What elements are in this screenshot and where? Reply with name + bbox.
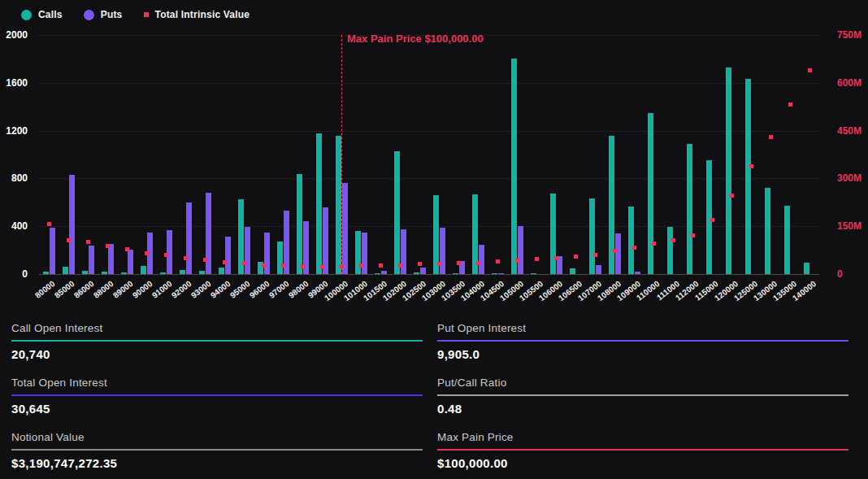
total-intrinsic-value-point bbox=[320, 265, 324, 269]
total-intrinsic-value-point bbox=[418, 262, 422, 266]
total-intrinsic-value-point bbox=[574, 255, 578, 259]
calls-bar bbox=[199, 271, 205, 274]
puts-bar bbox=[206, 193, 211, 274]
stat-value: 30,645 bbox=[11, 402, 423, 416]
calls-bar bbox=[628, 207, 634, 274]
puts-bar bbox=[596, 265, 601, 274]
calls-bar bbox=[219, 268, 224, 274]
puts-bar bbox=[635, 272, 640, 274]
puts-bar bbox=[89, 246, 94, 274]
puts-bar bbox=[615, 233, 621, 274]
total-intrinsic-value-point bbox=[125, 247, 129, 251]
x-axis-tick-label: 89000 bbox=[111, 279, 135, 300]
stat-value: $3,190,747,272.35 bbox=[11, 456, 423, 470]
total-intrinsic-value-point bbox=[281, 263, 285, 268]
total-intrinsic-value-point bbox=[808, 68, 812, 72]
calls-bar bbox=[570, 268, 575, 274]
total-intrinsic-value-point bbox=[437, 262, 441, 266]
calls-bar bbox=[726, 67, 731, 274]
stat-underline bbox=[11, 340, 423, 342]
calls-bar bbox=[550, 194, 556, 274]
x-axis-tick-label: 90000 bbox=[131, 279, 154, 300]
calls-bar bbox=[609, 136, 614, 274]
calls-bar bbox=[784, 206, 790, 274]
max-pain-options-dashboard: Calls Puts Total Intrinsic Value 0040015… bbox=[0, 0, 868, 479]
stat-call-open-interest: Call Open Interest 20,740 bbox=[11, 322, 423, 361]
total-intrinsic-value-point bbox=[671, 238, 675, 242]
puts-bar bbox=[186, 202, 192, 274]
y-axis-tick-left: 400 bbox=[0, 220, 28, 232]
stat-underline bbox=[437, 449, 848, 451]
calls-bar bbox=[82, 271, 88, 274]
calls-bar bbox=[160, 272, 166, 274]
y-axis-tick-left: 1200 bbox=[0, 125, 28, 137]
total-intrinsic-value-point bbox=[535, 257, 539, 261]
total-intrinsic-value-point bbox=[379, 263, 383, 268]
puts-bar bbox=[498, 273, 504, 274]
calls-bar bbox=[492, 273, 497, 274]
total-intrinsic-value-point bbox=[515, 259, 519, 263]
stats-panel: Call Open Interest 20,740 Put Open Inter… bbox=[0, 312, 868, 470]
puts-bar bbox=[401, 229, 406, 274]
total-intrinsic-value-point bbox=[691, 233, 695, 237]
total-intrinsic-value-point bbox=[593, 253, 597, 257]
total-intrinsic-value-point bbox=[203, 258, 207, 262]
stat-label: Notional Value bbox=[11, 431, 423, 443]
puts-bar bbox=[167, 230, 172, 274]
puts-bar bbox=[264, 233, 270, 274]
y-axis-tick-right: 150M bbox=[837, 220, 868, 232]
total-intrinsic-value-point bbox=[223, 260, 227, 264]
stat-underline bbox=[437, 394, 848, 396]
puts-bar bbox=[323, 207, 328, 274]
calls-bar bbox=[355, 231, 361, 274]
stat-underline bbox=[437, 340, 848, 342]
gridline bbox=[39, 226, 819, 227]
stat-label: Put/Call Ratio bbox=[437, 377, 848, 389]
stat-value: $100,000.00 bbox=[437, 456, 848, 470]
calls-bar bbox=[687, 144, 692, 274]
total-intrinsic-value-point bbox=[145, 251, 149, 255]
stat-label: Call Open Interest bbox=[11, 322, 423, 334]
total-intrinsic-value-point bbox=[496, 259, 500, 263]
total-intrinsic-value-point bbox=[652, 242, 656, 246]
calls-bar bbox=[394, 151, 400, 274]
total-intrinsic-value-point bbox=[788, 102, 792, 107]
calls-bar bbox=[667, 227, 673, 274]
calls-bar bbox=[63, 267, 68, 274]
y-axis-tick-right: 750M bbox=[837, 29, 868, 41]
total-intrinsic-value-point bbox=[184, 256, 188, 260]
y-axis-tick-right: 0 bbox=[837, 268, 868, 280]
calls-bar bbox=[453, 273, 458, 274]
total-intrinsic-value-point bbox=[730, 194, 734, 198]
puts-bar bbox=[440, 228, 445, 274]
calls-bar bbox=[745, 79, 751, 274]
stat-put-open-interest: Put Open Interest 9,905.0 bbox=[437, 322, 848, 361]
y-axis-tick-right: 600M bbox=[837, 77, 868, 89]
calls-bar bbox=[765, 188, 770, 274]
total-intrinsic-value-point bbox=[554, 256, 558, 260]
x-axis-tick-label: 91000 bbox=[150, 279, 174, 300]
calls-bar bbox=[102, 272, 107, 274]
calls-bar bbox=[336, 136, 341, 274]
x-axis-tick-label: 93000 bbox=[189, 279, 213, 300]
stat-put-call-ratio: Put/Call Ratio 0.48 bbox=[437, 377, 848, 416]
y-axis-tick-left: 1600 bbox=[0, 77, 28, 89]
x-axis-tick-label: 85000 bbox=[53, 279, 76, 300]
x-axis-tick-label: 96000 bbox=[248, 279, 271, 300]
puts-bar bbox=[69, 175, 75, 274]
stat-value: 20,740 bbox=[11, 347, 423, 361]
x-axis-tick-label: 98000 bbox=[287, 279, 310, 300]
total-intrinsic-value-point bbox=[359, 263, 363, 268]
puts-bar bbox=[128, 250, 133, 274]
x-axis-tick-label: 80000 bbox=[33, 279, 57, 300]
total-intrinsic-value-point bbox=[457, 261, 461, 265]
x-axis-tick-label: 94000 bbox=[209, 279, 232, 300]
calls-bar bbox=[804, 263, 809, 274]
stat-value: 0.48 bbox=[437, 402, 848, 416]
calls-bar bbox=[316, 133, 322, 274]
calls-bar bbox=[531, 273, 536, 274]
calls-bar bbox=[648, 113, 653, 274]
calls-bar bbox=[414, 272, 419, 274]
gridline bbox=[39, 83, 819, 84]
total-intrinsic-value-point bbox=[164, 253, 168, 257]
